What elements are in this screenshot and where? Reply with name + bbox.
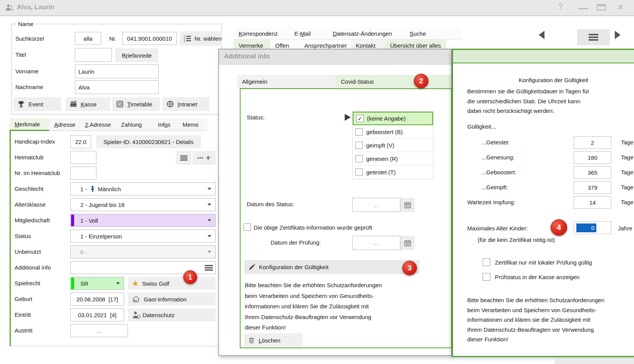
check-icon: ✓	[358, 116, 362, 121]
nr-input[interactable]	[122, 32, 177, 45]
austritt-input[interactable]	[70, 324, 128, 337]
next-record-button[interactable]	[615, 31, 621, 39]
tage-unit: Tage	[621, 139, 634, 146]
tab-adresse[interactable]: Adresse	[49, 118, 80, 131]
geburt-label: Geburt	[15, 296, 32, 302]
geschlecht-dropdown[interactable]: 1 - Männlich	[70, 182, 216, 195]
spielrecht-dropdown[interactable]: SR	[70, 277, 124, 290]
mitgliedschaft-dropdown[interactable]: 1 - Voll	[70, 214, 216, 227]
maximize-button[interactable]	[597, 4, 606, 10]
close-button[interactable]: ✕	[617, 3, 624, 12]
tab-memo-label: Memo	[183, 121, 199, 128]
genesung-input[interactable]	[574, 151, 611, 164]
tab-datensatz-aenderungen[interactable]: Datensatz-Änderungen	[328, 28, 405, 40]
nr-waehlen-label: Nr. wählen	[194, 35, 222, 42]
lokale-pruefung-checkbox[interactable]	[483, 258, 490, 266]
checkbox-unchecked[interactable]	[355, 169, 363, 176]
altersklasse-label: Altersklasse	[15, 201, 46, 208]
additional-info-dialog: Additional info Allgemein Covid-Status 2…	[218, 49, 452, 356]
minimize-button[interactable]	[578, 8, 588, 9]
datum-status-input[interactable]	[352, 198, 400, 212]
tab-merkmale[interactable]: Merkmale	[10, 118, 49, 131]
person-icon	[5, 3, 15, 13]
heimatclub-input[interactable]	[70, 151, 96, 164]
intro-line: dabei nicht berücksichtigt werden:	[467, 106, 589, 116]
pruefstatus-kasse-checkbox[interactable]	[483, 273, 490, 281]
geprueft-label: Die obige Zertifikats-Information wurde …	[254, 224, 372, 231]
event-button[interactable]: Event	[13, 97, 61, 111]
checkbox-unchecked[interactable]	[355, 142, 363, 149]
titel-input[interactable]	[75, 48, 112, 62]
tab-zahlung[interactable]: Zahlung	[116, 118, 153, 131]
tab-infos[interactable]: Infos	[153, 118, 178, 131]
vorname-input[interactable]	[75, 65, 159, 78]
handicap-input[interactable]	[70, 135, 91, 148]
menu-bars-icon	[588, 33, 599, 41]
dialog-tab-allgemein[interactable]: Allgemein	[237, 75, 336, 88]
kasse-label: Kasse	[81, 101, 97, 108]
geboostert-input[interactable]	[574, 166, 611, 179]
geprueft-checkbox[interactable]	[244, 223, 251, 231]
gast-information-button[interactable]: Gast-Information	[128, 293, 216, 306]
datenschutz-label: Datenschutz	[143, 312, 174, 318]
datenschutz-button[interactable]: Datenschutz	[128, 308, 216, 321]
additional-info-menu-icon[interactable]	[205, 265, 213, 271]
tab-suche[interactable]: Suche	[405, 28, 461, 40]
geburt-input[interactable]	[70, 293, 124, 306]
swiss-golf-label: Swiss Golf	[142, 280, 169, 287]
altersklasse-dropdown[interactable]: 2 - Jugend bis 18	[70, 198, 216, 211]
max-alter-input[interactable]: 0	[574, 221, 611, 234]
dialog-tab-covid-status[interactable]: Covid-Status	[336, 75, 451, 88]
heimatclub-label: Heimatclub	[15, 154, 43, 160]
loeschen-button[interactable]: Löschen	[244, 333, 303, 347]
unbenutzt-dropdown[interactable]: 0 -	[70, 245, 216, 258]
wartezeit-label: Wartezeit Impfung:	[467, 199, 515, 205]
tab-email[interactable]: E-Mail	[289, 28, 328, 40]
eintritt-input[interactable]	[70, 308, 124, 321]
tab-2-adresse-label: 2.Adresse	[85, 121, 111, 128]
swiss-golf-button[interactable]: ★ Swiss Golf	[128, 277, 216, 290]
spieler-id-button[interactable]: Spieler-ID: 410000230821 - Details	[96, 135, 201, 148]
gast-information-label: Gast-Information	[144, 296, 187, 303]
nr-heimatclub-input[interactable]	[70, 167, 96, 180]
kasse-button[interactable]: Kasse	[66, 97, 110, 111]
checkbox-unchecked[interactable]	[355, 155, 363, 162]
heimatclub-list-button[interactable]	[176, 151, 191, 165]
help-button[interactable]: ?	[558, 2, 563, 12]
eintritt-label: Eintritt	[15, 311, 31, 318]
checkbox-unchecked[interactable]	[355, 128, 363, 136]
datum-pruefung-input[interactable]	[352, 236, 400, 250]
suchkuerzel-input[interactable]	[75, 32, 101, 45]
checkbox-checked[interactable]: ✓	[356, 115, 363, 122]
heimatclub-more-add-button[interactable]: ••• +	[193, 151, 216, 165]
titel-label: Titel	[15, 51, 26, 58]
geimpft-input[interactable]	[574, 181, 611, 194]
datum-status-calendar-button[interactable]	[400, 198, 415, 212]
timetable-button[interactable]: Timetable	[112, 97, 160, 111]
datum-pruefung-calendar-button[interactable]	[400, 236, 415, 250]
altersklasse-value: 2 - Jugend bis 18	[80, 202, 124, 208]
prev-record-button[interactable]	[539, 31, 544, 39]
status-dropdown[interactable]: 1 - Einzelperson	[70, 230, 216, 243]
warning-line: beim Verarbeiten und Speichern von Gesun…	[245, 291, 425, 301]
konfiguration-gueltigkeit-button[interactable]: Konfiguration der Gültigkeit	[244, 260, 420, 274]
list-item[interactable]: ✓ (keine Angabe)	[353, 112, 433, 125]
nachname-input[interactable]	[75, 80, 159, 94]
config-heading: Konfiguration der Gültigkeit	[519, 77, 588, 83]
tab-korrespondenz[interactable]: Korrespondenz	[234, 28, 289, 40]
panel-titlebar[interactable]	[453, 50, 634, 63]
ellipsis-icon: •••	[197, 155, 204, 161]
intranet-button[interactable]: Intranet	[163, 97, 209, 111]
list-item[interactable]: geboostert (B)	[353, 125, 433, 139]
tab-2-adresse[interactable]: 2.Adresse	[80, 118, 116, 131]
nr-waehlen-button[interactable]: 1 2 3 Nr. wählen	[180, 31, 222, 46]
tab-memo[interactable]: Memo	[178, 118, 207, 131]
list-item[interactable]: getestet (T)	[353, 165, 433, 179]
list-item[interactable]: geimpft (V)	[353, 139, 433, 152]
getestet-input[interactable]	[574, 136, 611, 149]
briefanrede-button[interactable]: Briefanrede	[115, 48, 158, 62]
record-menu-button[interactable]	[577, 29, 610, 45]
list-item[interactable]: genesen (R)	[353, 152, 433, 165]
dialog-titlebar[interactable]: Additional info	[219, 50, 451, 65]
wartezeit-input[interactable]	[574, 196, 611, 209]
